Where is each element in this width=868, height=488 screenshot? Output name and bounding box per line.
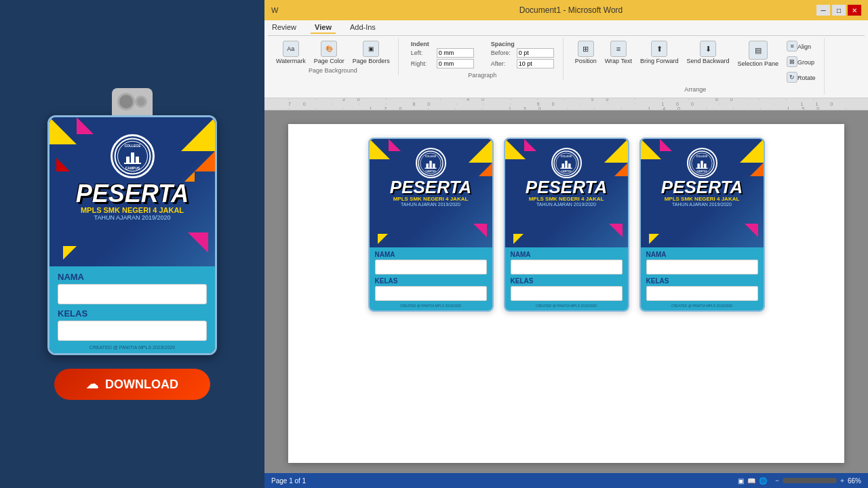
close-button[interactable]: ✕: [848, 5, 861, 16]
spacing-heading: Spacing: [491, 41, 554, 47]
mini-title-2: PESERTA: [526, 178, 607, 196]
college-logo: COLLEGE CAMPUS: [111, 134, 155, 178]
mini-badge-bottom-3: NAMA KELAS CREATED @ PANITIA MPLS 2019/2…: [641, 247, 764, 310]
arrange-label: Arrange: [684, 86, 706, 93]
page-borders-label: Page Borders: [353, 58, 390, 64]
zoom-control[interactable]: － ＋ 66%: [774, 476, 861, 485]
svg-rect-28: [701, 161, 703, 168]
ribbon-tabs[interactable]: Review View Add-Ins: [268, 22, 865, 36]
read-mode-btn[interactable]: 📖: [747, 477, 755, 485]
spacing-before-input[interactable]: [517, 48, 554, 58]
spacing-after-label: After:: [491, 60, 515, 67]
indent-right-input[interactable]: [437, 59, 474, 68]
svg-text:COLLEGE: COLLEGE: [425, 155, 437, 157]
page-borders-button[interactable]: ▣ Page Borders: [350, 39, 393, 66]
nama-label: NAMA: [58, 272, 207, 282]
selection-pane-button[interactable]: ▤ Selection Pane: [735, 39, 782, 85]
spacing-after-input[interactable]: [517, 59, 554, 68]
download-button[interactable]: ☁ DOWNLOAD: [54, 369, 210, 400]
rotate-label: Rotate: [797, 75, 816, 81]
svg-text:CAMPUS: CAMPUS: [697, 170, 708, 173]
svg-text:COLLEGE: COLLEGE: [561, 155, 572, 157]
mini-badge-top-2: COLLEGE CAMPUS PESERTA MPLS SMK NEGERI 4…: [505, 139, 628, 247]
watermark-icon: Aa: [283, 41, 299, 57]
window-controls[interactable]: ─ □ ✕: [816, 5, 861, 16]
mini-kelas-box-3: [646, 286, 758, 301]
indent-left-input[interactable]: [437, 48, 474, 58]
view-buttons[interactable]: ▣ 📖 🌐: [738, 477, 767, 485]
mini-kelas-label-1: KELAS: [375, 277, 487, 285]
mini-nama-box-1: [375, 260, 487, 274]
svg-rect-6: [124, 163, 141, 164]
ribbon: Review View Add-Ins Aa Watermark 🎨 Page …: [264, 20, 868, 98]
page-info: Page 1 of 1: [271, 477, 306, 485]
badge-preview: COLLEGE CAMPUS PESERTA MPLS SMK NEGERI 4…: [47, 88, 217, 355]
watermark-label: Watermark: [276, 58, 306, 64]
badge-year: TAHUN AJARAN 2019/2020: [94, 214, 171, 221]
bring-forward-label: Bring Forward: [640, 58, 679, 64]
send-backward-icon: ⬇: [700, 41, 716, 57]
web-view-btn[interactable]: 🌐: [759, 477, 767, 485]
badge-card-2: COLLEGE CAMPUS PESERTA MPLS SMK NEGERI 4…: [504, 138, 629, 312]
status-right: ▣ 📖 🌐 － ＋ 66%: [738, 476, 861, 485]
mini-nama-label-2: NAMA: [511, 251, 623, 258]
paragraph-label: Paragraph: [408, 72, 557, 79]
align-label: Align: [797, 43, 811, 50]
position-button[interactable]: ⊞ Position: [572, 39, 599, 85]
spacing-group: Spacing Before: After:: [488, 39, 557, 70]
page-background-label: Page Background: [309, 67, 357, 74]
align-button[interactable]: ≡ Align: [784, 39, 818, 54]
tab-review[interactable]: Review: [268, 22, 300, 34]
svg-rect-11: [426, 163, 428, 168]
spacing-before-label: Before:: [491, 49, 515, 56]
document-area: COLLEGE CAMPUS PESERTA MPLS SMK NEGERI 4…: [264, 110, 868, 473]
zoom-out-icon[interactable]: －: [774, 476, 781, 485]
mini-year-1: TAHUN AJARAN 2019/2020: [401, 202, 460, 207]
svg-text:CAMPUS: CAMPUS: [125, 166, 140, 170]
zoom-level: 66%: [848, 477, 861, 485]
wrap-text-icon: ≡: [610, 41, 627, 57]
badge-card-3: COLLEGE CAMPUS PESERTA MPLS SMK NEGERI 4…: [639, 138, 765, 312]
group-icon: ⊠: [787, 56, 797, 67]
tab-view[interactable]: View: [311, 22, 336, 34]
watermark-button[interactable]: Aa Watermark: [273, 39, 309, 66]
download-icon: ☁: [86, 377, 98, 392]
page-color-icon: 🎨: [321, 41, 337, 57]
mini-footer-2: CREATED @ PANITIA MPLS 2019/2020: [511, 304, 623, 308]
download-label: DOWNLOAD: [105, 378, 178, 392]
zoom-in-icon[interactable]: ＋: [839, 476, 846, 485]
badge-bottom: NAMA KELAS CREATED @ PANITIA MPLS 2019/2…: [50, 266, 215, 353]
ribbon-content: Aa Watermark 🎨 Page Color ▣ Page Borders…: [268, 36, 865, 96]
svg-rect-5: [136, 157, 139, 163]
svg-rect-12: [429, 161, 431, 168]
selection-pane-icon: ▤: [749, 41, 768, 60]
group-button[interactable]: ⊠ Group: [784, 55, 818, 69]
mini-subtitle-2: MPLS SMK NEGERI 4 JAKAL: [529, 196, 604, 202]
kelas-field-box: [58, 321, 207, 341]
minimize-button[interactable]: ─: [816, 5, 830, 16]
svg-rect-22: [560, 167, 572, 168]
page-background-items: Aa Watermark 🎨 Page Color ▣ Page Borders: [273, 39, 393, 66]
tab-addins[interactable]: Add-Ins: [346, 22, 380, 34]
ribbon-group-arrange: ⊞ Position ≡ Wrap Text ⬆ Bring Forward ⬇…: [567, 38, 825, 94]
svg-rect-27: [697, 163, 699, 168]
page-color-button[interactable]: 🎨 Page Color: [311, 39, 347, 66]
badge-top: COLLEGE CAMPUS PESERTA MPLS SMK NEGERI 4…: [50, 117, 215, 266]
nama-field-box: [58, 284, 207, 304]
mini-subtitle-1: MPLS SMK NEGERI 4 JAKAL: [393, 196, 469, 202]
zoom-slider[interactable]: [783, 478, 837, 483]
maximize-button[interactable]: □: [832, 5, 846, 16]
position-icon: ⊞: [578, 41, 594, 57]
send-backward-button[interactable]: ⬇ Send Backward: [684, 39, 732, 85]
page-borders-icon: ▣: [363, 41, 379, 57]
arrange-items: ⊞ Position ≡ Wrap Text ⬆ Bring Forward ⬇…: [572, 39, 818, 85]
bring-forward-button[interactable]: ⬆ Bring Forward: [637, 39, 682, 85]
mini-year-2: TAHUN AJARAN 2019/2020: [536, 202, 596, 207]
print-view-btn[interactable]: ▣: [738, 477, 744, 485]
wrap-text-button[interactable]: ≡ Wrap Text: [602, 39, 635, 85]
rotate-button[interactable]: ↻ Rotate: [784, 70, 818, 85]
window-title: Document1 - Microsoft Word: [326, 5, 816, 15]
indent-right-label: Right:: [411, 60, 435, 67]
selection-pane-label: Selection Pane: [738, 60, 779, 67]
mini-kelas-box-2: [511, 286, 623, 301]
